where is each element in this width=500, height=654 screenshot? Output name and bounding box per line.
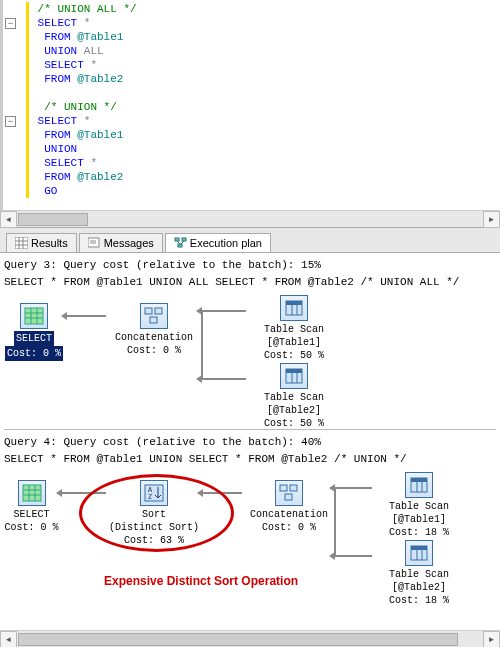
code-line[interactable]: UNION ALL xyxy=(3,44,500,58)
svg-rect-20 xyxy=(150,317,157,323)
annotation-text: Expensive Distinct Sort Operation xyxy=(104,575,298,588)
code-text: SELECT * xyxy=(29,156,97,170)
svg-rect-26 xyxy=(286,369,302,373)
svg-rect-45 xyxy=(411,546,427,550)
node-label: Concatenation xyxy=(250,509,328,520)
node-object: [@Table2] xyxy=(267,405,321,416)
plan-arrow xyxy=(66,315,106,317)
tablescan-icon xyxy=(280,363,308,389)
node-label: Table Scan xyxy=(389,569,449,580)
grid-icon xyxy=(15,237,28,249)
plan-node-tablescan-2[interactable]: Table Scan [@Table2] Cost: 18 % xyxy=(374,540,464,607)
tab-results-label: Results xyxy=(31,237,68,249)
fold-toggle[interactable]: − xyxy=(5,116,16,127)
code-text: SELECT * xyxy=(29,114,90,128)
tablescan-icon xyxy=(405,472,433,498)
svg-rect-10 xyxy=(178,244,182,247)
svg-rect-37 xyxy=(280,485,287,491)
execplan-icon xyxy=(174,237,187,249)
code-text: SELECT * xyxy=(29,16,90,30)
plan-arrow xyxy=(201,310,203,380)
node-label: Table Scan xyxy=(264,324,324,335)
svg-rect-0 xyxy=(15,237,28,249)
plan-node-tablescan-1[interactable]: Table Scan [@Table1] Cost: 18 % xyxy=(374,472,464,539)
query4-header1: Query 4: Query cost (relative to the bat… xyxy=(4,436,496,449)
svg-rect-13 xyxy=(25,308,43,324)
code-text: FROM @Table2 xyxy=(29,170,123,184)
tab-messages[interactable]: Messages xyxy=(79,233,163,252)
code-line[interactable]: SELECT * xyxy=(3,156,500,170)
plan-node-sort[interactable]: AZ Sort (Distinct Sort) Cost: 63 % xyxy=(109,480,199,547)
tab-messages-label: Messages xyxy=(104,237,154,249)
plan-node-tablescan-2[interactable]: Table Scan [@Table2] Cost: 50 % xyxy=(249,363,339,430)
code-line[interactable]: GO xyxy=(3,184,500,198)
code-text: FROM @Table1 xyxy=(29,128,123,142)
query4-header2: SELECT * FROM @Table1 UNION SELECT * FRO… xyxy=(4,453,496,466)
svg-rect-19 xyxy=(155,308,162,314)
tablescan-icon xyxy=(405,540,433,566)
plan-node-concatenation[interactable]: Concatenation Cost: 0 % xyxy=(109,303,199,357)
messages-icon xyxy=(88,237,101,249)
code-line[interactable]: /* UNION ALL */ xyxy=(3,2,500,16)
node-cost: Cost: 50 % xyxy=(264,418,324,429)
code-line[interactable]: FROM @Table2 xyxy=(3,72,500,86)
query4-plan: SELECT Cost: 0 % AZ Sort (Distinct Sort)… xyxy=(4,470,496,620)
code-line[interactable]: − SELECT * xyxy=(3,16,500,30)
code-line[interactable]: SELECT * xyxy=(3,58,500,72)
plan-arrow xyxy=(61,492,106,494)
plan-node-tablescan-1[interactable]: Table Scan [@Table1] Cost: 50 % xyxy=(249,295,339,362)
code-line[interactable]: UNION xyxy=(3,142,500,156)
sql-editor[interactable]: /* UNION ALL */− SELECT * FROM @Table1 U… xyxy=(0,0,500,210)
execution-plan-pane[interactable]: Query 3: Query cost (relative to the bat… xyxy=(0,253,500,630)
plan-arrow xyxy=(334,487,372,489)
node-object: [@Table2] xyxy=(392,582,446,593)
scroll-left-button[interactable]: ◄ xyxy=(0,631,17,647)
code-text: UNION ALL xyxy=(29,44,104,58)
code-line[interactable]: − SELECT * xyxy=(3,114,500,128)
query3-plan: SELECT Cost: 0 % Concatenation Cost: 0 %… xyxy=(4,293,496,423)
code-text: GO xyxy=(29,184,57,198)
select-result-icon xyxy=(18,480,46,506)
tab-execution-plan[interactable]: Execution plan xyxy=(165,233,271,252)
tab-execplan-label: Execution plan xyxy=(190,237,262,249)
svg-text:Z: Z xyxy=(148,493,152,501)
concat-icon xyxy=(275,480,303,506)
scroll-thumb[interactable] xyxy=(18,213,88,226)
scroll-thumb[interactable] xyxy=(18,633,458,646)
plan-arrow xyxy=(202,492,242,494)
code-line[interactable]: FROM @Table1 xyxy=(3,128,500,142)
sort-icon: AZ xyxy=(140,480,168,506)
plan-node-concatenation[interactable]: Concatenation Cost: 0 % xyxy=(244,480,334,534)
code-line[interactable]: FROM @Table2 xyxy=(3,170,500,184)
plan-node-select[interactable]: SELECT Cost: 0 % xyxy=(4,480,59,534)
code-line[interactable]: FROM @Table1 xyxy=(3,30,500,44)
code-text: UNION xyxy=(29,142,77,156)
plan-arrow xyxy=(201,378,246,380)
code-text: FROM @Table2 xyxy=(29,72,123,86)
node-cost: Cost: 18 % xyxy=(389,527,449,538)
node-label: SELECT xyxy=(14,331,54,346)
code-line[interactable] xyxy=(3,86,500,100)
svg-rect-9 xyxy=(182,238,186,241)
plan-node-select[interactable]: SELECT Cost: 0 % xyxy=(4,303,64,361)
tab-results[interactable]: Results xyxy=(6,233,77,252)
node-cost: Cost: 63 % xyxy=(124,535,184,546)
scroll-left-button[interactable]: ◄ xyxy=(0,211,17,228)
editor-hscrollbar[interactable]: ◄ ► xyxy=(0,210,500,227)
svg-rect-22 xyxy=(286,301,302,305)
query3-header1: Query 3: Query cost (relative to the bat… xyxy=(4,259,496,272)
node-object: [@Table1] xyxy=(267,337,321,348)
node-label: Sort xyxy=(142,509,166,520)
code-text: FROM @Table1 xyxy=(29,30,123,44)
scroll-right-button[interactable]: ► xyxy=(483,631,500,647)
scroll-right-button[interactable]: ► xyxy=(483,211,500,228)
node-sub: (Distinct Sort) xyxy=(109,522,199,533)
code-line[interactable]: /* UNION */ xyxy=(3,100,500,114)
plan-hscrollbar[interactable]: ◄ ► xyxy=(0,630,500,647)
fold-toggle[interactable]: − xyxy=(5,18,16,29)
node-cost: Cost: 0 % xyxy=(4,522,58,533)
node-cost: Cost: 18 % xyxy=(389,595,449,606)
svg-rect-38 xyxy=(290,485,297,491)
node-label: Table Scan xyxy=(389,501,449,512)
select-result-icon xyxy=(20,303,48,329)
